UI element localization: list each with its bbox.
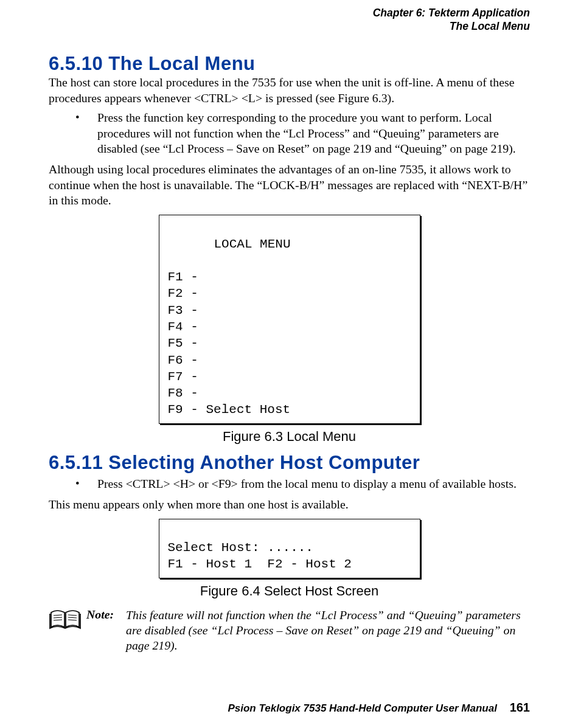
local-menu-row: F8 - [168,386,198,400]
footer-book-title: Psion Teklogix 7535 Hand-Held Computer U… [228,702,496,714]
heading-6-5-11: 6.5.11 Selecting Another Host Computer [49,453,530,473]
para-6-5-10-1: The host can store local procedures in t… [49,75,530,106]
local-menu-row: F7 - [168,370,198,384]
note-label: Note: [85,608,122,622]
para-6-5-10-2: Although using local procedures eliminat… [49,162,530,209]
local-menu-row: F3 - [168,303,198,317]
figure-6-4-caption: Figure 6.4 Select Host Screen [49,583,530,599]
body-6-5-10: The host can store local procedures in t… [49,75,530,209]
local-menu-row: F2 - [168,286,198,300]
local-menu-title: LOCAL MENU [168,236,411,252]
select-host-line: F1 - Host 1 F2 - Host 2 [168,557,352,571]
footer: Psion Teklogix 7535 Hand-Held Computer U… [228,701,530,715]
figure-6-3-box: LOCAL MENU F1 - F2 - F3 - F4 - F5 - F6 -… [159,215,420,424]
para-6-5-11-1: This menu appears only when more than on… [49,497,530,513]
bullet-list-6-5-10: Press the function key corresponding to … [49,110,530,157]
bullet-6-5-11-1: Press <CTRL> <H> or <F9> from the local … [49,476,530,492]
figure-6-4-box: Select Host: ...... F1 - Host 1 F2 - Hos… [159,519,420,578]
bullet-6-5-10-1: Press the function key corresponding to … [49,110,530,157]
bullet-list-6-5-11: Press <CTRL> <H> or <F9> from the local … [49,476,530,492]
book-icon [49,609,82,633]
local-menu-row: F5 - [168,336,198,350]
note-text: This feature will not function when the … [126,608,530,654]
select-host-line: Select Host: ...... [168,541,313,555]
local-menu-row: F1 - [168,270,198,284]
local-menu-row: F6 - [168,353,198,367]
body-6-5-11: Press <CTRL> <H> or <F9> from the local … [49,476,530,512]
header-chapter: Chapter 6: Tekterm Application [49,6,530,19]
heading-6-5-10: 6.5.10 The Local Menu [49,54,530,74]
figure-6-3-caption: Figure 6.3 Local Menu [49,429,530,445]
header-section: The Local Menu [49,19,530,33]
page: Chapter 6: Tekterm Application The Local… [0,0,564,728]
note-block: Note: This feature will not function whe… [49,608,530,654]
local-menu-row: F9 - Select Host [168,403,291,417]
running-header: Chapter 6: Tekterm Application The Local… [49,6,530,33]
footer-page-number: 161 [500,701,530,714]
local-menu-row: F4 - [168,320,198,334]
